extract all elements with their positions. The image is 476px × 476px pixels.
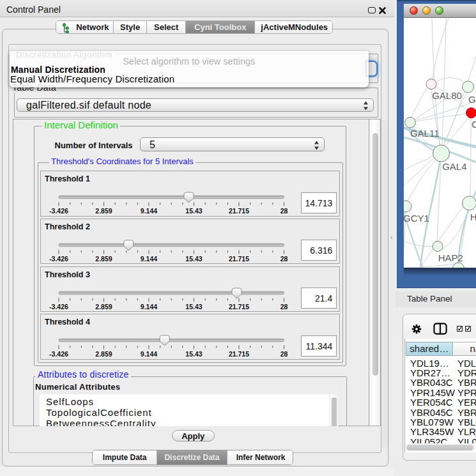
- svg-text:HAP2: HAP2: [438, 252, 463, 263]
- svg-text:GA: GA: [468, 94, 476, 105]
- svg-text:C: C: [472, 118, 476, 129]
- svg-text:GCY1: GCY1: [404, 212, 429, 223]
- svg-text:GAL11: GAL11: [410, 128, 440, 139]
- svg-text:GAL4: GAL4: [442, 160, 466, 171]
- svg-text:H: H: [470, 211, 476, 222]
- svg-text:GAL80: GAL80: [432, 89, 462, 100]
